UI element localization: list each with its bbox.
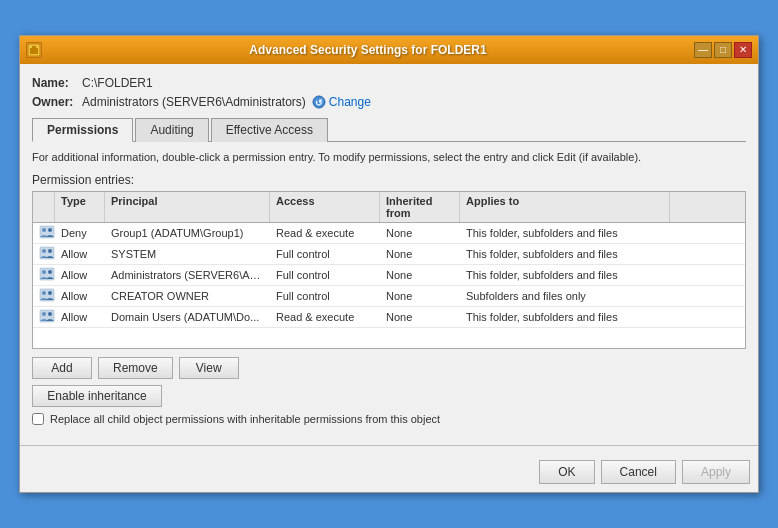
row-type: Allow [55,246,105,262]
change-icon: ↺ [312,95,326,109]
user-group-icon [39,288,55,302]
table-row[interactable]: Allow SYSTEM Full control None This fold… [33,244,745,265]
row-principal: Group1 (ADATUM\Group1) [105,225,270,241]
svg-point-15 [42,291,46,295]
user-group-icon [39,267,55,281]
row-access: Full control [270,246,380,262]
view-button[interactable]: View [179,357,239,379]
replace-permissions-row: Replace all child object permissions wit… [32,413,746,425]
svg-point-13 [48,270,52,274]
row-icon [33,265,55,285]
row-inherited: None [380,246,460,262]
th-applies: Applies to [460,192,670,222]
table-body: Deny Group1 (ADATUM\Group1) Read & execu… [33,223,745,328]
permissions-table: Type Principal Access Inherited from App… [32,191,746,349]
apply-button[interactable]: Apply [682,460,750,484]
row-applies: Subfolders and files only [460,288,670,304]
name-value: C:\FOLDER1 [82,76,153,90]
row-inherited: None [380,225,460,241]
row-access: Full control [270,267,380,283]
row-applies: This folder, subfolders and files [460,225,670,241]
cancel-button[interactable]: Cancel [601,460,676,484]
row-access: Read & execute [270,225,380,241]
permission-entries-label: Permission entries: [32,173,746,187]
action-buttons-row: Add Remove View [32,357,746,379]
row-principal: Administrators (SERVER6\Ad... [105,267,270,283]
bottom-buttons-row: OK Cancel Apply [20,454,758,492]
th-principal: Principal [105,192,270,222]
row-icon [33,244,55,264]
name-label: Name: [32,76,82,90]
table-row[interactable]: Deny Group1 (ADATUM\Group1) Read & execu… [33,223,745,244]
change-link[interactable]: ↺ Change [312,95,371,109]
enable-inheritance-button[interactable]: Enable inheritance [32,385,162,407]
svg-point-12 [42,270,46,274]
user-group-icon [39,246,55,260]
divider [20,445,758,446]
title-bar: Advanced Security Settings for FOLDER1 —… [20,36,758,64]
remove-button[interactable]: Remove [98,357,173,379]
tab-auditing[interactable]: Auditing [135,118,208,142]
row-principal: CREATOR OWNER [105,288,270,304]
owner-value: Administrators (SERVER6\Administrators) [82,95,306,109]
row-applies: This folder, subfolders and files [460,246,670,262]
replace-permissions-label: Replace all child object permissions wit… [50,413,440,425]
ok-button[interactable]: OK [539,460,594,484]
svg-point-16 [48,291,52,295]
row-access: Read & execute [270,309,380,325]
svg-point-18 [42,312,46,316]
maximize-button[interactable]: □ [714,42,732,58]
tab-permissions[interactable]: Permissions [32,118,133,142]
row-principal: Domain Users (ADATUM\Do... [105,309,270,325]
add-button[interactable]: Add [32,357,92,379]
close-button[interactable]: ✕ [734,42,752,58]
name-row: Name: C:\FOLDER1 [32,76,746,90]
row-type: Allow [55,288,105,304]
th-inherited: Inherited from [380,192,460,222]
info-text: For additional information, double-click… [32,150,746,165]
th-type: Type [55,192,105,222]
content-area: Name: C:\FOLDER1 Owner: Administrators (… [20,64,758,437]
row-applies: This folder, subfolders and files [460,309,670,325]
row-type: Allow [55,309,105,325]
row-type: Deny [55,225,105,241]
row-inherited: None [380,267,460,283]
svg-point-6 [42,228,46,232]
table-row[interactable]: Allow Administrators (SERVER6\Ad... Full… [33,265,745,286]
svg-text:↺: ↺ [315,98,323,108]
row-access: Full control [270,288,380,304]
window-icon [26,42,42,58]
owner-row: Owner: Administrators (SERVER6\Administr… [32,95,746,109]
user-group-icon [39,309,55,323]
svg-point-9 [42,249,46,253]
row-type: Allow [55,267,105,283]
svg-point-10 [48,249,52,253]
window-title: Advanced Security Settings for FOLDER1 [42,43,694,57]
row-inherited: None [380,288,460,304]
tab-effective-access[interactable]: Effective Access [211,118,328,142]
table-row[interactable]: Allow CREATOR OWNER Full control None Su… [33,286,745,307]
minimize-button[interactable]: — [694,42,712,58]
window-controls: — □ ✕ [694,42,752,58]
svg-point-7 [48,228,52,232]
th-icon [33,192,55,222]
svg-rect-2 [32,46,36,49]
replace-permissions-checkbox[interactable] [32,413,44,425]
row-principal: SYSTEM [105,246,270,262]
main-window: Advanced Security Settings for FOLDER1 —… [19,35,759,493]
svg-point-19 [48,312,52,316]
user-group-icon [39,225,55,239]
owner-label: Owner: [32,95,82,109]
tabs-container: Permissions Auditing Effective Access [32,117,746,142]
table-row[interactable]: Allow Domain Users (ADATUM\Do... Read & … [33,307,745,328]
row-icon [33,307,55,327]
row-applies: This folder, subfolders and files [460,267,670,283]
row-icon [33,223,55,243]
table-header: Type Principal Access Inherited from App… [33,192,745,223]
row-inherited: None [380,309,460,325]
th-access: Access [270,192,380,222]
row-icon [33,286,55,306]
